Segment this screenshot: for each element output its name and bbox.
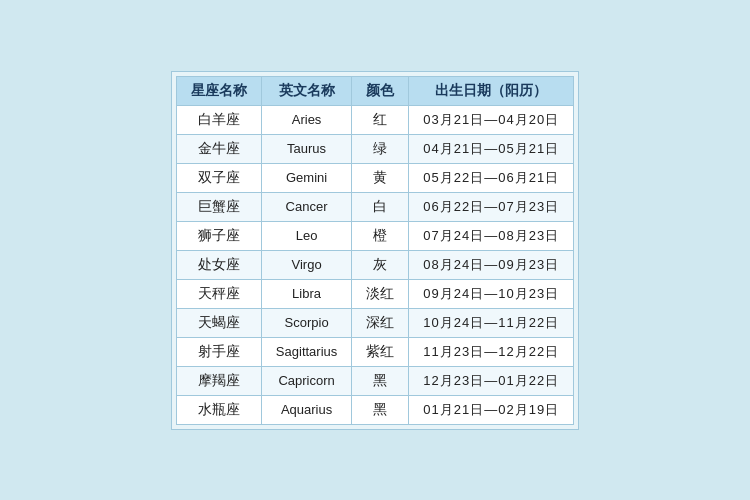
cell-color: 绿	[352, 134, 409, 163]
cell-date: 08月24日—09月23日	[409, 250, 574, 279]
cell-color: 橙	[352, 221, 409, 250]
cell-english-name: Virgo	[261, 250, 351, 279]
cell-english-name: Sagittarius	[261, 337, 351, 366]
cell-color: 黑	[352, 366, 409, 395]
header-birthdate: 出生日期（阳历）	[409, 76, 574, 105]
cell-chinese-name: 天蝎座	[176, 308, 261, 337]
cell-date: 01月21日—02月19日	[409, 395, 574, 424]
cell-chinese-name: 双子座	[176, 163, 261, 192]
table-row: 金牛座Taurus绿04月21日—05月21日	[176, 134, 573, 163]
cell-date: 03月21日—04月20日	[409, 105, 574, 134]
cell-chinese-name: 狮子座	[176, 221, 261, 250]
cell-color: 深红	[352, 308, 409, 337]
cell-english-name: Libra	[261, 279, 351, 308]
zodiac-table: 星座名称 英文名称 颜色 出生日期（阳历） 白羊座Aries红03月21日—04…	[176, 76, 574, 425]
cell-chinese-name: 天秤座	[176, 279, 261, 308]
cell-color: 白	[352, 192, 409, 221]
cell-english-name: Gemini	[261, 163, 351, 192]
table-row: 白羊座Aries红03月21日—04月20日	[176, 105, 573, 134]
zodiac-table-body: 白羊座Aries红03月21日—04月20日金牛座Taurus绿04月21日—0…	[176, 105, 573, 424]
cell-english-name: Aquarius	[261, 395, 351, 424]
cell-chinese-name: 金牛座	[176, 134, 261, 163]
cell-date: 09月24日—10月23日	[409, 279, 574, 308]
table-row: 双子座Gemini黄05月22日—06月21日	[176, 163, 573, 192]
header-color: 颜色	[352, 76, 409, 105]
cell-chinese-name: 处女座	[176, 250, 261, 279]
table-row: 摩羯座Capricorn黑12月23日—01月22日	[176, 366, 573, 395]
cell-english-name: Leo	[261, 221, 351, 250]
cell-date: 12月23日—01月22日	[409, 366, 574, 395]
cell-date: 07月24日—08月23日	[409, 221, 574, 250]
cell-chinese-name: 摩羯座	[176, 366, 261, 395]
header-chinese-name: 星座名称	[176, 76, 261, 105]
header-english-name: 英文名称	[261, 76, 351, 105]
cell-date: 10月24日—11月22日	[409, 308, 574, 337]
cell-color: 紫红	[352, 337, 409, 366]
cell-chinese-name: 水瓶座	[176, 395, 261, 424]
cell-color: 黑	[352, 395, 409, 424]
table-row: 狮子座Leo橙07月24日—08月23日	[176, 221, 573, 250]
cell-date: 11月23日—12月22日	[409, 337, 574, 366]
cell-date: 04月21日—05月21日	[409, 134, 574, 163]
cell-color: 黄	[352, 163, 409, 192]
table-row: 射手座Sagittarius紫红11月23日—12月22日	[176, 337, 573, 366]
cell-color: 淡红	[352, 279, 409, 308]
table-header-row: 星座名称 英文名称 颜色 出生日期（阳历）	[176, 76, 573, 105]
cell-date: 05月22日—06月21日	[409, 163, 574, 192]
table-row: 天蝎座Scorpio深红10月24日—11月22日	[176, 308, 573, 337]
cell-chinese-name: 射手座	[176, 337, 261, 366]
cell-english-name: Scorpio	[261, 308, 351, 337]
cell-date: 06月22日—07月23日	[409, 192, 574, 221]
cell-chinese-name: 白羊座	[176, 105, 261, 134]
table-row: 天秤座Libra淡红09月24日—10月23日	[176, 279, 573, 308]
table-row: 处女座Virgo灰08月24日—09月23日	[176, 250, 573, 279]
cell-english-name: Cancer	[261, 192, 351, 221]
zodiac-table-container: 星座名称 英文名称 颜色 出生日期（阳历） 白羊座Aries红03月21日—04…	[171, 71, 579, 430]
cell-english-name: Capricorn	[261, 366, 351, 395]
cell-color: 红	[352, 105, 409, 134]
cell-chinese-name: 巨蟹座	[176, 192, 261, 221]
cell-english-name: Taurus	[261, 134, 351, 163]
cell-color: 灰	[352, 250, 409, 279]
cell-english-name: Aries	[261, 105, 351, 134]
table-row: 水瓶座Aquarius黑01月21日—02月19日	[176, 395, 573, 424]
table-row: 巨蟹座Cancer白06月22日—07月23日	[176, 192, 573, 221]
